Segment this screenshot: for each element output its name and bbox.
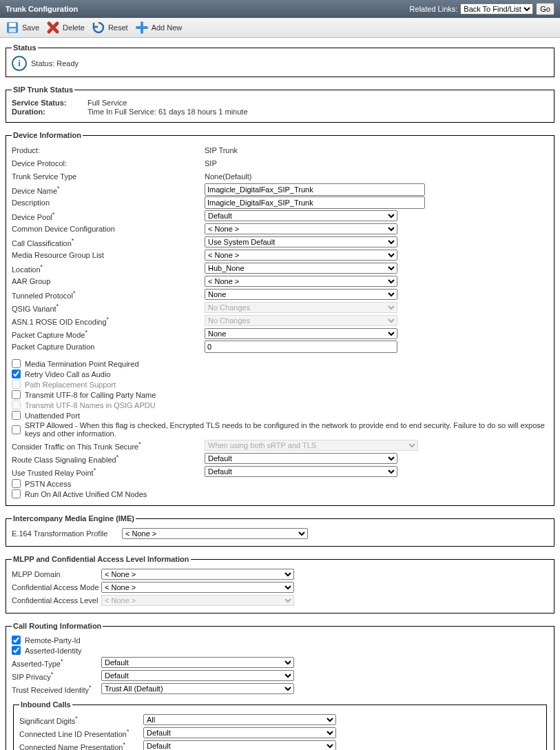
service-status-value: Full Service [87,99,127,107]
run-all-nodes-label: Run On All Active Unified CM Nodes [25,490,147,498]
tunneled-protocol-label: Tunneled Protocol* [12,290,205,300]
page-header: Trunk Configuration Related Links: Back … [0,0,560,18]
add-icon [135,21,149,34]
call-routing-fieldset: Call Routing Information Remote-Party-Id… [6,622,554,750]
packet-capture-mode-select[interactable]: None [205,328,397,339]
significant-digits-label: Significant Digits* [19,715,143,725]
e164-profile-label: E.164 Transformation Profile [12,529,122,538]
asserted-type-select[interactable]: Default [101,657,294,668]
packet-capture-duration-input[interactable] [205,341,397,353]
aar-group-select[interactable]: < None > [205,276,397,287]
related-links-label: Related Links: [410,5,458,13]
description-input[interactable] [205,196,425,209]
qsig-variant-label: QSIG Variant* [12,303,205,313]
svg-rect-1 [9,23,16,27]
run-all-nodes-checkbox[interactable] [12,489,21,498]
location-select[interactable]: Hub_None [205,263,397,274]
mrgl-select[interactable]: < None > [205,250,397,261]
mlpp-legend: MLPP and Confidential Access Level Infor… [12,555,191,563]
product-value: SIP Trunk [205,146,238,154]
e164-profile-select[interactable]: < None > [122,528,308,539]
confidential-access-mode-select[interactable]: < None > [101,582,294,593]
delete-icon [46,21,60,34]
confidential-access-mode-label: Confidential Access Mode [12,583,101,591]
path-replacement-checkbox [12,380,21,389]
use-trusted-relay-label: Use Trusted Relay Point* [12,467,205,477]
trunk-service-type-value: None(Default) [205,172,251,181]
remote-party-id-label: Remote-Party-Id [25,636,81,645]
status-text: Status: Ready [31,59,79,68]
confidential-access-level-select: < None > [101,595,294,606]
description-label: Description [12,199,205,207]
qsig-variant-select: No Changes [205,302,397,313]
remote-party-id-checkbox[interactable] [12,636,21,645]
mlpp-fieldset: MLPP and Confidential Access Level Infor… [6,555,554,614]
add-new-button[interactable]: Add New [135,21,183,34]
product-label: Product: [12,146,205,154]
device-information-legend: Device Information [12,131,83,139]
asn1-rose-label: ASN.1 ROSE OID Encoding* [12,316,205,326]
common-device-config-select[interactable]: < None > [205,223,397,234]
delete-button[interactable]: Delete [46,21,85,34]
aar-group-label: AAR Group [12,277,205,285]
route-class-signaling-select[interactable]: Default [205,453,397,464]
call-routing-legend: Call Routing Information [12,622,103,630]
mlpp-domain-label: MLPP Domain [12,570,101,578]
status-legend: Status [12,43,38,52]
mlpp-domain-select[interactable]: < None > [101,569,294,580]
device-protocol-value: SIP [205,159,217,168]
sip-trunk-status-fieldset: SIP Trunk Status Service Status: Full Se… [6,85,554,123]
asn1-rose-select: No Changes [205,315,397,326]
device-protocol-label: Device Protocol: [12,159,205,168]
significant-digits-select[interactable]: All [143,714,336,725]
asserted-type-label: Asserted-Type* [12,658,101,668]
mrgl-label: Media Resource Group List [12,251,205,259]
status-fieldset: Status i Status: Ready [6,43,554,77]
related-links-select[interactable]: Back To Find/List [460,3,533,14]
device-pool-select[interactable]: Default [205,210,397,221]
asserted-identity-checkbox[interactable] [12,646,21,655]
sip-trunk-status-legend: SIP Trunk Status [12,85,74,94]
toolbar: Save Delete Reset Add New [0,18,560,38]
service-status-label: Service Status: [12,99,87,107]
device-name-input[interactable] [205,183,425,196]
device-pool-label: Device Pool* [12,211,205,221]
go-button[interactable]: Go [536,3,554,15]
utf8-cpn-checkbox[interactable] [12,390,21,399]
utf8-qsig-checkbox [12,401,21,409]
tunneled-protocol-select[interactable]: None [205,289,397,300]
trunk-service-type-label: Trunk Service Type [12,172,205,181]
connected-line-id-label: Connected Line ID Presentation* [19,728,143,738]
mtp-required-checkbox[interactable] [12,359,21,368]
consider-traffic-secure-label: Consider Traffic on This Trunk Secure* [12,440,205,451]
save-button[interactable]: Save [6,21,39,34]
packet-capture-duration-label: Packet Capture Duration [12,343,205,351]
connected-line-id-select[interactable]: Default [143,727,336,738]
connected-name-pres-select[interactable]: Default [143,740,336,750]
sip-privacy-label: SIP Privacy* [12,671,101,681]
srtp-allowed-checkbox[interactable] [12,425,21,434]
unattended-port-checkbox[interactable] [12,411,21,420]
route-class-signaling-label: Route Class Signaling Enabled* [12,454,205,464]
trust-received-identity-select[interactable]: Trust All (Default) [101,683,294,694]
pstn-access-checkbox[interactable] [12,479,21,488]
reset-button[interactable]: Reset [92,21,128,34]
inbound-calls-fieldset: Inbound Calls Significant Digits*All Con… [13,700,547,750]
use-trusted-relay-select[interactable]: Default [205,466,397,477]
connected-name-pres-label: Connected Name Presentation* [19,741,143,750]
path-replacement-label: Path Replacement Support [25,381,116,389]
asserted-identity-label: Asserted-Identity [25,647,82,655]
location-label: Location* [12,263,205,274]
duration-value: Time In Full Service: 61 days 18 hours 1… [87,108,248,116]
call-classification-select[interactable]: Use System Default [205,236,397,247]
confidential-access-level-label: Confidential Access Level [12,596,101,605]
sip-privacy-select[interactable]: Default [101,670,294,681]
info-icon: i [12,56,27,71]
retry-video-checkbox[interactable] [12,369,21,378]
device-name-label: Device Name* [12,185,205,195]
inbound-calls-legend: Inbound Calls [19,700,72,709]
packet-capture-mode-label: Packet Capture Mode* [12,329,205,339]
save-icon [6,21,19,34]
ime-legend: Intercompany Media Engine (IME) [12,514,136,523]
common-device-config-label: Common Device Configuration [12,225,205,233]
